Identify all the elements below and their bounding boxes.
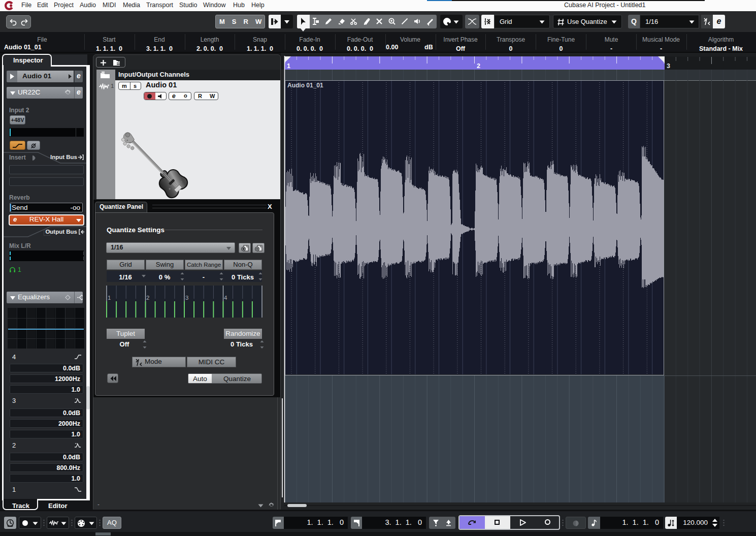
svg-text:1: 1 <box>287 62 290 70</box>
svg-text:3: 3 <box>667 62 670 70</box>
svg-text:1: 1 <box>108 295 111 301</box>
svg-text:4: 4 <box>224 295 227 301</box>
svg-text:3: 3 <box>185 295 188 301</box>
svg-text:2: 2 <box>477 62 480 70</box>
svg-text:2: 2 <box>146 295 149 301</box>
svg-text:Audio 01_01: Audio 01_01 <box>287 82 323 89</box>
